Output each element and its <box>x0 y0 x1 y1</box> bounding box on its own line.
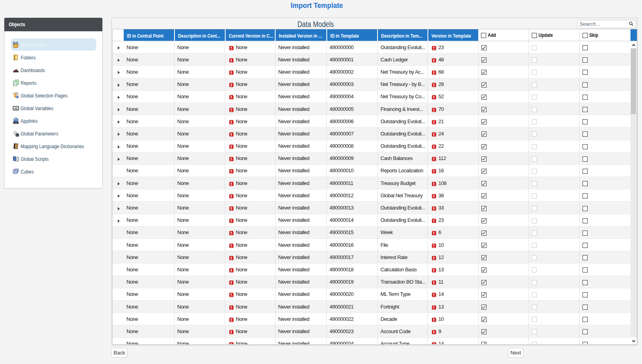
svg-text:(x): (x) <box>14 107 17 110</box>
